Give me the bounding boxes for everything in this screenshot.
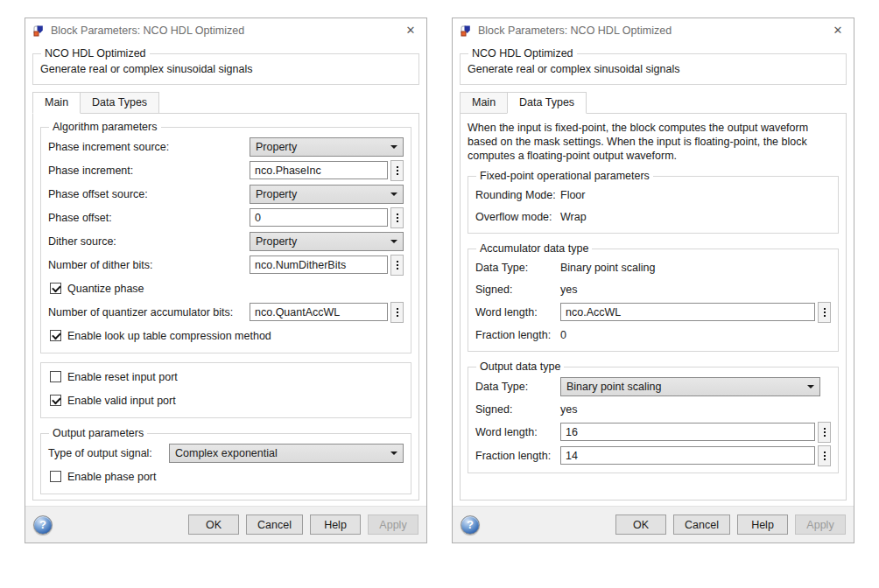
help-button[interactable]: Help <box>310 514 361 535</box>
param-row: Number of dither bits: <box>48 253 404 276</box>
checkbox-label: Enable phase port <box>67 471 156 483</box>
acc-signed-label: Signed: <box>475 284 560 296</box>
enable-valid-input-port-checkbox[interactable]: Enable valid input port <box>48 388 404 412</box>
button-row: OK Cancel Help Apply <box>188 514 418 535</box>
phase-offset-source-combobox[interactable]: Property <box>250 185 404 204</box>
out-word-length-label: Word length: <box>475 426 560 438</box>
out-fraction-length-menu-button[interactable] <box>818 445 831 466</box>
apply-button[interactable]: Apply <box>368 514 418 535</box>
selected-option: Property <box>256 235 387 248</box>
out-word-length-input[interactable] <box>560 423 815 441</box>
checkbox-label: Enable valid input port <box>67 395 176 407</box>
mask-header-group: NCO HDL Optimized Generate real or compl… <box>32 47 419 85</box>
number-of-dither-bits-menu-button[interactable] <box>390 255 404 276</box>
checkbox-icon <box>50 330 61 341</box>
phase-offset-input[interactable] <box>250 208 388 227</box>
acc-data-type-label: Data Type: <box>475 262 560 274</box>
tab-bar: Main Data Types <box>32 92 419 114</box>
number-of-quantizer-accumulator-bits-input[interactable] <box>250 303 388 321</box>
out-data-type-combobox[interactable]: Binary point scaling <box>560 377 820 396</box>
info-row: Rounding Mode: Floor <box>475 184 831 206</box>
param-row: Word length: <box>475 420 831 444</box>
mask-description: Generate real or complex sinusoidal sign… <box>468 63 839 75</box>
info-row: Overflow mode: Wrap <box>475 206 831 228</box>
dialog-body: NCO HDL Optimized Generate real or compl… <box>25 42 426 506</box>
selected-option: Binary point scaling <box>566 381 804 393</box>
param-row: Data Type: Binary point scaling <box>475 374 831 398</box>
dither-source-combobox[interactable]: Property <box>250 232 404 251</box>
number-of-quantizer-accumulator-bits-label: Number of quantizer accumulator bits: <box>48 306 250 318</box>
rounding-mode-value: Floor <box>560 189 585 201</box>
algorithm-parameters-group: Algorithm parameters Phase increment sou… <box>40 121 411 354</box>
dialog-body: NCO HDL Optimized Generate real or compl… <box>453 42 854 506</box>
checkbox-icon <box>50 371 61 382</box>
group-legend: Algorithm parameters <box>49 121 161 133</box>
cancel-button[interactable]: Cancel <box>246 514 303 535</box>
mask-title: NCO HDL Optimized <box>41 47 150 60</box>
simulink-block-icon <box>459 24 473 38</box>
param-row: Phase increment source: Property <box>48 135 404 158</box>
acc-fraction-length-value: 0 <box>560 329 566 341</box>
block-parameters-dialog-main: Block Parameters: NCO HDL Optimized ✕ NC… <box>25 18 427 543</box>
selected-option: Property <box>256 141 387 153</box>
chevron-down-icon <box>390 145 397 149</box>
quantize-phase-checkbox[interactable]: Quantize phase <box>48 276 404 300</box>
close-icon[interactable]: ✕ <box>395 18 426 42</box>
help-icon[interactable]: ? <box>461 515 480 535</box>
type-of-output-signal-combobox[interactable]: Complex exponential <box>169 444 404 463</box>
group-legend: Accumulator data type <box>476 242 592 255</box>
cancel-button[interactable]: Cancel <box>673 514 730 535</box>
acc-word-length-input[interactable] <box>560 303 815 321</box>
info-row: Data Type: Binary point scaling <box>475 256 831 278</box>
out-signed-label: Signed: <box>475 403 560 416</box>
acc-signed-value: yes <box>560 284 577 296</box>
enable-lut-compression-checkbox[interactable]: Enable look up table compression method <box>48 324 404 347</box>
info-row: Signed: yes <box>475 278 831 300</box>
close-icon[interactable]: ✕ <box>822 18 854 42</box>
chevron-down-icon <box>807 385 814 388</box>
number-of-dither-bits-label: Number of dither bits: <box>48 259 250 271</box>
ok-button[interactable]: OK <box>615 514 666 535</box>
title-bar[interactable]: Block Parameters: NCO HDL Optimized ✕ <box>25 18 426 42</box>
out-fraction-length-input[interactable] <box>560 446 815 465</box>
phase-increment-source-combobox[interactable]: Property <box>250 137 404 157</box>
phase-increment-input[interactable] <box>250 161 388 179</box>
tab-main[interactable]: Main <box>32 92 81 114</box>
number-of-dither-bits-input[interactable] <box>250 256 388 274</box>
acc-data-type-value: Binary point scaling <box>560 262 655 274</box>
rounding-mode-label: Rounding Mode: <box>475 189 560 201</box>
chevron-down-icon <box>390 192 397 196</box>
out-fraction-length-label: Fraction length: <box>475 450 560 462</box>
window-title: Block Parameters: NCO HDL Optimized <box>51 24 244 37</box>
param-row: Type of output signal: Complex exponenti… <box>48 441 404 465</box>
tab-panel-main: Algorithm parameters Phase increment sou… <box>32 113 419 500</box>
acc-word-length-menu-button[interactable] <box>818 302 831 323</box>
selected-option: Property <box>256 188 387 200</box>
phase-offset-menu-button[interactable] <box>390 207 404 228</box>
checkbox-label: Enable reset input port <box>67 371 178 383</box>
dither-source-label: Dither source: <box>48 235 250 248</box>
out-word-length-menu-button[interactable] <box>818 422 831 443</box>
group-legend: Output parameters <box>49 427 147 439</box>
help-button[interactable]: Help <box>737 514 788 535</box>
out-signed-value: yes <box>560 403 577 416</box>
phase-offset-source-label: Phase offset source: <box>48 188 250 200</box>
tab-main[interactable]: Main <box>460 92 508 114</box>
tab-data-types[interactable]: Data Types <box>507 92 587 114</box>
phase-increment-menu-button[interactable] <box>390 160 404 181</box>
enable-phase-port-checkbox[interactable]: Enable phase port <box>48 465 404 488</box>
chevron-down-icon <box>390 240 397 243</box>
checkbox-icon <box>50 395 61 406</box>
checkbox-icon <box>50 471 61 482</box>
help-icon[interactable]: ? <box>33 515 53 535</box>
enable-reset-input-port-checkbox[interactable]: Enable reset input port <box>48 365 404 388</box>
output-data-type-group: Output data type Data Type: Binary point… <box>468 360 839 473</box>
ok-button[interactable]: OK <box>188 514 239 535</box>
param-row: Fraction length: <box>475 444 831 467</box>
checkbox-icon <box>50 283 61 294</box>
selected-option: Complex exponential <box>175 447 387 459</box>
tab-data-types[interactable]: Data Types <box>80 92 159 114</box>
title-bar[interactable]: Block Parameters: NCO HDL Optimized ✕ <box>453 18 854 42</box>
apply-button[interactable]: Apply <box>795 514 846 535</box>
number-of-quantizer-accumulator-bits-menu-button[interactable] <box>390 302 404 323</box>
